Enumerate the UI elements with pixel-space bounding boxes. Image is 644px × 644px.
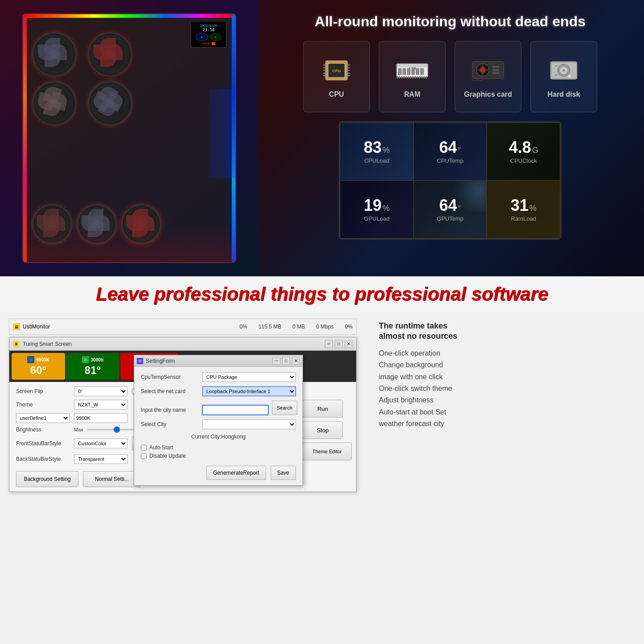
desc-items: One-click operation Change background im… — [379, 349, 631, 429]
rgb-strip-left — [23, 14, 27, 262]
generate-report-button[interactable]: GenernerateReport — [206, 466, 266, 480]
svg-rect-39 — [492, 66, 499, 68]
svg-rect-18 — [407, 68, 410, 75]
disable-update-checkbox[interactable] — [141, 453, 147, 459]
dialog-footer: GenernerateReport Save — [141, 466, 296, 480]
disable-update-label: Disable Update — [149, 453, 186, 459]
taskbar-mem: 115.5 MB — [258, 324, 281, 330]
net-card-select[interactable]: Loopback Pseudo-Interface 1 — [202, 386, 296, 396]
back-bar-label: BackStatuBarStyle — [16, 456, 70, 462]
auto-start-checkbox[interactable] — [141, 445, 147, 451]
svg-text:CPU: CPU — [332, 69, 340, 73]
top-section: 2022/6/20 23:58 ● ● 9900K ██ — [0, 0, 644, 276]
component-icons: CPU CPU — [274, 41, 626, 112]
desc-item-1: One-click operation — [379, 349, 631, 358]
desc-item-5: Adjust brightness — [379, 395, 631, 405]
save-button[interactable]: Save — [271, 466, 296, 480]
fan-3 — [32, 81, 77, 126]
theme-editor-button[interactable]: Theme Editor — [303, 443, 352, 460]
dialog-overlay: ⚙ SettingForm ─ □ ✕ CpuTempSensor CPU Pa — [134, 355, 303, 486]
user-define-select[interactable]: userDefine1 — [16, 413, 70, 423]
monitor-metrics-grid: 83 % CPULoad 64 ° CPUTemp 4.8 — [339, 121, 562, 240]
rgb-strip-top — [23, 14, 235, 18]
front-bar-select[interactable]: CustomColor — [74, 439, 127, 448]
city-input[interactable] — [202, 405, 268, 415]
svg-rect-33 — [421, 76, 422, 78]
svg-rect-26 — [406, 76, 407, 78]
svg-rect-27 — [408, 76, 409, 78]
gpu-icon — [468, 55, 508, 86]
net-card-label: Select the net card — [141, 388, 199, 394]
select-city-row: Select City — [141, 419, 296, 429]
close-button[interactable]: ✕ — [345, 340, 353, 348]
svg-rect-25 — [403, 76, 405, 78]
svg-rect-19 — [411, 68, 415, 75]
dialog-title: SettingForm — [146, 358, 270, 364]
brightness-thumb — [114, 427, 120, 433]
pc-case: 2022/6/20 23:58 ● ● 9900K ██ — [22, 13, 236, 263]
taskbar-app: 🖥 UsbMonitor — [13, 323, 50, 330]
side-buttons: Run Stop Theme Editor — [303, 400, 352, 460]
component-card-ram: 4 GB — [379, 41, 446, 112]
hdd-icon — [544, 55, 584, 86]
svg-rect-40 — [492, 69, 499, 71]
brightness-max-label: Max — [74, 427, 83, 432]
svg-rect-24 — [401, 76, 402, 78]
select-city-select[interactable] — [202, 419, 296, 429]
stop-button[interactable]: Stop — [303, 421, 343, 439]
cpu-temp-sensor-label: CpuTempSensor — [141, 374, 199, 380]
bottom-section: 🖥 UsbMonitor 0% 115.5 MB 0 MB 0 Mbps 0% … — [0, 312, 644, 644]
taskbar: 🖥 UsbMonitor 0% 115.5 MB 0 MB 0 Mbps 0% — [9, 319, 357, 335]
desc-item-6: Auto-start at boot Set — [379, 407, 631, 417]
setting-form-dialog: ⚙ SettingForm ─ □ ✕ CpuTempSensor CPU Pa — [134, 355, 303, 486]
middle-banner: Leave professional things to professiona… — [0, 276, 644, 312]
search-button[interactable]: Search — [272, 401, 297, 415]
cpu-clock-cell: 4.8 G CPUClock — [487, 123, 560, 180]
svg-rect-21 — [420, 68, 424, 75]
component-card-gpu: Graphics card — [455, 41, 521, 112]
background-setting-button[interactable]: Background Setting — [16, 471, 78, 487]
disable-update-row: Disable Update — [141, 453, 296, 459]
theme-select[interactable]: NZXT_W — [74, 400, 127, 410]
monitor-row-2: 19 % GPULoad 64 ° GPUTemp 31 — [340, 180, 560, 238]
svg-rect-17 — [402, 68, 406, 75]
cpu-temp-cell: 64 ° CPUTemp — [414, 123, 487, 180]
dialog-close-button[interactable]: ✕ — [292, 357, 300, 365]
cpu-temp-sensor-select[interactable]: CPU Package — [202, 372, 296, 382]
banner-text: Leave professional things to professiona… — [96, 283, 548, 305]
window-controls[interactable]: ─ □ ✕ — [325, 340, 353, 348]
software-area: 🖥 UsbMonitor 0% 115.5 MB 0 MB 0 Mbps 0% … — [0, 312, 365, 644]
screen-flip-label: Screen Flip — [16, 388, 70, 394]
back-bar-select[interactable]: Transparent — [74, 454, 127, 464]
preview-chip2-label: 3080ti — [91, 357, 103, 362]
dialog-maximize-button[interactable]: □ — [282, 357, 290, 365]
tagline: All-round monitoring without dead ends — [274, 13, 626, 30]
dialog-minimize-button[interactable]: ─ — [272, 357, 280, 365]
preview-card-cpu: i 9900K 60° — [12, 353, 65, 380]
front-bar-label: FrontStatuBarStyle — [16, 440, 70, 447]
taskbar-cpu: 0% — [240, 324, 247, 330]
screen-flip-select[interactable]: 0° 90° 180° 270° — [74, 386, 127, 396]
cpu-model-input[interactable] — [74, 413, 127, 423]
desc-title-1: The runtime takesalmost no resources — [379, 321, 631, 342]
component-card-cpu: CPU CPU — [303, 41, 370, 112]
run-button[interactable]: Run — [303, 400, 343, 418]
auto-start-row: Auto Start — [141, 444, 296, 451]
taskbar-metrics: 0% 115.5 MB 0 MB 0 Mbps 0% — [240, 324, 353, 330]
city-input-label: Input the city name — [141, 407, 199, 413]
svg-rect-42 — [472, 78, 477, 81]
fan-grid-top — [32, 32, 139, 126]
cpu-label: CPU — [329, 90, 344, 98]
dialog-controls[interactable]: ─ □ ✕ — [272, 357, 300, 365]
brightness-slider[interactable] — [87, 429, 140, 431]
ram-load-cell: 31 % RamLoad — [487, 180, 560, 238]
desc-block-1: The runtime takesalmost no resources — [379, 321, 631, 342]
minimize-button[interactable]: ─ — [325, 340, 333, 348]
taskbar-app-icon: 🖥 — [13, 323, 20, 330]
city-input-row: Input the city name — [141, 405, 268, 415]
preview-chip2-temp: 81° — [85, 364, 101, 377]
cpu-temp-sensor-row: CpuTempSensor CPU Package — [141, 372, 296, 382]
normal-setting-button[interactable]: Normal Setti... — [83, 471, 141, 487]
maximize-button[interactable]: □ — [335, 340, 343, 348]
main-window-icon: 🖥 — [13, 341, 19, 347]
